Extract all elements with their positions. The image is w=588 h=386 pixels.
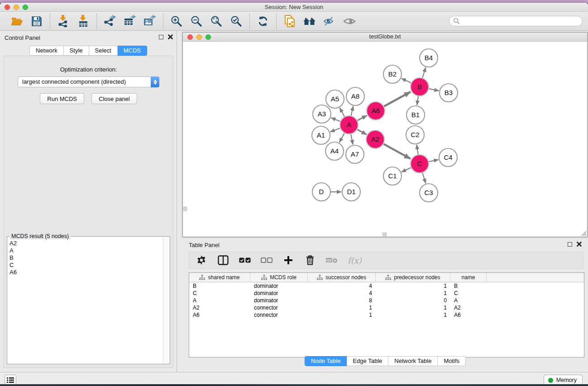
edge-B-B4[interactable] xyxy=(422,67,425,78)
float-panel-icon[interactable] xyxy=(568,242,572,247)
edge-B-B3[interactable] xyxy=(429,89,439,91)
close-window-button[interactable] xyxy=(5,5,10,10)
zoom-out-icon[interactable] xyxy=(190,14,203,28)
save-session-icon[interactable] xyxy=(30,14,43,28)
graph-node-B1[interactable]: B1 xyxy=(406,106,425,124)
graph-node-C3[interactable]: C3 xyxy=(420,184,438,202)
import-network-icon[interactable] xyxy=(57,14,70,28)
tab-node-table[interactable]: Node Table xyxy=(305,356,347,366)
mcds-result-item[interactable]: A6 xyxy=(10,269,163,276)
graph-node-A[interactable]: A xyxy=(340,116,358,134)
zoom-fit-icon[interactable] xyxy=(210,14,223,28)
graph-node-A5[interactable]: A5 xyxy=(326,90,344,108)
edge-B-B1[interactable] xyxy=(417,96,418,105)
export-network-icon[interactable] xyxy=(103,14,117,28)
canvas-horizontal-scroll-thumb[interactable] xyxy=(382,233,387,236)
graph-node-C2[interactable]: C2 xyxy=(406,126,424,144)
tab-select[interactable]: Select xyxy=(89,46,118,56)
edge-A-A2[interactable] xyxy=(357,129,366,134)
network-canvas[interactable]: B4B2BB3A5A8A6A3B1AC2A1A2A4A7CC4C1C3DD1 xyxy=(183,42,587,237)
float-panel-icon[interactable] xyxy=(159,35,163,39)
graph-node-A8[interactable]: A8 xyxy=(346,87,364,105)
graph-node-A1[interactable]: A1 xyxy=(312,126,330,144)
canvas-vertical-scroll-thumb[interactable] xyxy=(183,207,187,211)
graph-node-B3[interactable]: B3 xyxy=(440,84,458,102)
graph-node-A7[interactable]: A7 xyxy=(346,145,364,163)
open-file-icon[interactable] xyxy=(10,14,24,28)
zoom-in-icon[interactable] xyxy=(170,14,183,28)
node-table[interactable]: shared nameMCDS rolesuccessor nodesprede… xyxy=(189,272,584,357)
import-table-icon[interactable] xyxy=(76,14,90,28)
mcds-result-item[interactable]: C xyxy=(10,262,163,269)
tab-network-table[interactable]: Network Table xyxy=(388,356,438,366)
column-header-successor-nodes[interactable]: successor nodes xyxy=(308,273,376,282)
close-panel-icon[interactable] xyxy=(577,242,582,247)
mcds-result-item[interactable]: A xyxy=(10,247,163,254)
graph-node-D1[interactable]: D1 xyxy=(342,183,360,201)
column-header-MCDS-role[interactable]: MCDS role xyxy=(250,273,308,282)
tab-style[interactable]: Style xyxy=(64,46,89,56)
tab-mcds[interactable]: MCDS xyxy=(118,46,147,56)
table-row[interactable]: Bdominator41B xyxy=(189,282,584,290)
graph-node-A2[interactable]: A2 xyxy=(366,130,384,148)
close-panel-button[interactable]: Close panel xyxy=(91,93,137,104)
edge-A6-B[interactable] xyxy=(384,92,410,106)
network-window-titlebar[interactable]: testGlobe.txt xyxy=(183,33,587,42)
edge-C-C3[interactable] xyxy=(422,173,425,183)
column-header-shared-name[interactable]: shared name xyxy=(189,273,250,282)
table-row[interactable]: A6connector11A6 xyxy=(189,311,584,319)
gear-icon[interactable] xyxy=(196,254,207,266)
network-close-button[interactable] xyxy=(187,34,193,40)
select-all-checkboxes-icon[interactable] xyxy=(239,254,251,266)
network-minimize-button[interactable] xyxy=(196,34,202,40)
graph-node-C[interactable]: C xyxy=(411,155,429,173)
tab-edge-table[interactable]: Edge Table xyxy=(347,356,388,366)
refresh-icon[interactable] xyxy=(256,14,270,28)
first-neighbors-icon[interactable] xyxy=(303,14,316,28)
graph-node-B[interactable]: B xyxy=(411,78,429,96)
delete-table-icon[interactable] xyxy=(326,254,338,266)
mcds-result-item[interactable]: A2 xyxy=(10,240,163,247)
graph-node-C1[interactable]: C1 xyxy=(383,167,402,185)
graph-node-A3[interactable]: A3 xyxy=(313,105,331,123)
deselect-all-checkboxes-icon[interactable] xyxy=(261,254,272,266)
mcds-result-scrollbar[interactable] xyxy=(163,237,170,364)
graph-node-C4[interactable]: C4 xyxy=(439,148,457,167)
network-zoom-button[interactable] xyxy=(206,34,211,40)
graph-node-A6[interactable]: A6 xyxy=(367,102,385,120)
search-input[interactable] xyxy=(449,16,583,26)
edge-A-A7[interactable] xyxy=(351,134,353,145)
add-column-icon[interactable] xyxy=(282,254,294,266)
optimization-criterion-select[interactable]: largest connected component (directed) xyxy=(18,76,159,87)
close-panel-icon[interactable] xyxy=(168,34,173,39)
graph-node-A4[interactable]: A4 xyxy=(325,142,344,160)
edge-A-A1[interactable] xyxy=(330,128,340,132)
function-builder-icon[interactable]: f(x) xyxy=(348,256,362,265)
minimize-window-button[interactable] xyxy=(14,5,19,10)
edge-A-A4[interactable] xyxy=(339,133,344,142)
edge-C-C2[interactable] xyxy=(416,145,418,155)
edge-C-C1[interactable] xyxy=(402,168,411,172)
show-all-icon[interactable] xyxy=(343,14,356,28)
resize-grip-icon[interactable] xyxy=(581,230,587,236)
run-mcds-button[interactable]: Run MCDS xyxy=(40,93,84,104)
edge-A-A8[interactable] xyxy=(351,106,354,115)
table-row[interactable]: Cdominator41C xyxy=(189,290,584,297)
edge-A-A5[interactable] xyxy=(340,108,344,116)
edge-C-C4[interactable] xyxy=(429,160,438,162)
delete-column-icon[interactable] xyxy=(304,254,316,266)
column-view-icon[interactable] xyxy=(217,254,229,266)
zoom-window-button[interactable] xyxy=(23,5,28,10)
graph-node-D[interactable]: D xyxy=(312,183,330,201)
edge-A-A3[interactable] xyxy=(331,118,340,121)
table-row[interactable]: Adominator80A xyxy=(189,297,584,304)
mcds-result-list[interactable]: A2ABCA6 xyxy=(8,238,163,363)
edge-A2-C[interactable] xyxy=(383,144,410,159)
hide-selected-icon[interactable] xyxy=(323,14,336,28)
export-table-icon[interactable] xyxy=(123,14,137,28)
export-image-icon[interactable] xyxy=(143,14,157,28)
new-network-from-selection-icon[interactable] xyxy=(283,14,296,28)
tab-network[interactable]: Network xyxy=(29,46,64,56)
table-row[interactable]: A2connector11A2 xyxy=(189,304,584,311)
graph-node-B2[interactable]: B2 xyxy=(383,65,402,83)
